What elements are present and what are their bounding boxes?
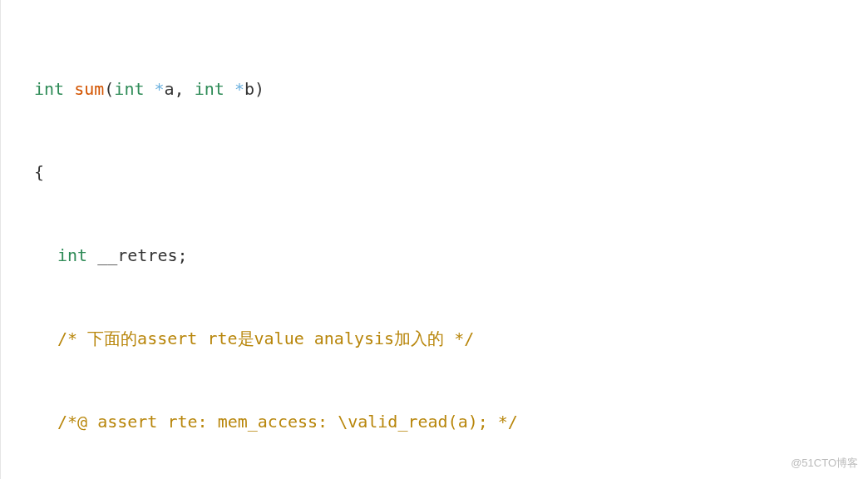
function-name: sum	[74, 79, 104, 99]
comment: /* 下面的assert rte是value analysis加入的 */	[57, 328, 474, 348]
pointer-star: *	[155, 79, 165, 99]
comma: ,	[175, 79, 195, 99]
paren-open: (	[104, 79, 114, 99]
code-line-1: int sum(int *a, int *b)	[34, 68, 835, 110]
code-block: int sum(int *a, int *b) { int __retres; …	[0, 0, 868, 479]
param-b: b	[244, 79, 254, 99]
watermark: @51CTO博客	[791, 456, 858, 471]
semicolon: ;	[178, 245, 188, 265]
code-line-2: {	[34, 151, 835, 193]
code-line-5: /*@ assert rte: mem_access: \valid_read(…	[34, 401, 835, 442]
pointer-star: *	[234, 79, 244, 99]
var-retres: __retres	[97, 245, 177, 265]
keyword-int: int	[57, 245, 87, 265]
comment-acsl: /*@ assert rte: mem_access: \valid_read(…	[57, 412, 518, 432]
keyword-int: int	[195, 79, 224, 99]
code-line-4: /* 下面的assert rte是value analysis加入的 */	[34, 318, 835, 359]
keyword-int: int	[114, 79, 144, 99]
brace-open: {	[34, 162, 44, 182]
param-a: a	[165, 79, 175, 99]
keyword-int: int	[34, 79, 64, 99]
code-line-3: int __retres;	[34, 235, 835, 276]
paren-close: )	[254, 79, 264, 99]
